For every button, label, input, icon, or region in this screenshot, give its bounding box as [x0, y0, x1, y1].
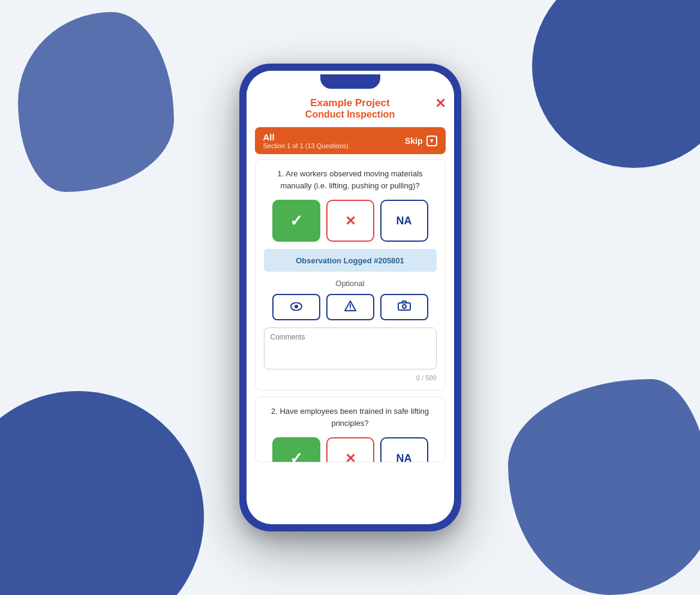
chevron-down-icon: ▾ [426, 136, 437, 146]
page-title: Conduct Inspection [256, 109, 444, 120]
question-2-text: 2. Have employees been trained in safe l… [264, 405, 437, 429]
optional-label: Optional [264, 279, 437, 288]
section-info: All Section 1 of 1 (13 Questions) [263, 132, 349, 149]
na-button-1[interactable]: NA [380, 200, 428, 242]
no-button-1[interactable] [326, 200, 374, 242]
na-label-1: NA [396, 215, 412, 227]
skip-label: Skip [405, 136, 423, 146]
blob-bottom-left [0, 391, 204, 595]
blob-top-right [532, 0, 700, 168]
phone-frame: Example Project Conduct Inspection ✕ All… [239, 64, 461, 531]
close-button[interactable]: ✕ [435, 97, 446, 110]
project-name: Example Project [256, 97, 444, 109]
phone-notch [320, 74, 380, 89]
phone-screen: Example Project Conduct Inspection ✕ All… [247, 71, 454, 524]
question-2-card: 2. Have employees been trained in safe l… [255, 396, 446, 462]
no-button-2[interactable] [326, 437, 374, 462]
svg-point-3 [350, 308, 351, 309]
section-header[interactable]: All Section 1 of 1 (13 Questions) Skip ▾ [255, 127, 446, 154]
x-icon-2 [345, 450, 356, 462]
comments-input[interactable] [264, 327, 437, 369]
blob-bottom-right [508, 379, 700, 595]
na-button-2[interactable]: NA [380, 437, 428, 462]
yes-button-2[interactable] [272, 437, 320, 462]
answer-buttons-2: NA [264, 437, 437, 462]
eye-icon [290, 301, 302, 314]
alert-button[interactable] [326, 294, 374, 320]
question-1-text: 1. Are workers observed moving materials… [264, 168, 437, 191]
phone-notch-area [247, 71, 454, 92]
svg-point-1 [295, 305, 298, 308]
scroll-content: 1. Are workers observed moving materials… [247, 159, 454, 524]
svg-rect-4 [398, 303, 410, 310]
check-icon-2 [290, 449, 303, 463]
skip-button[interactable]: Skip ▾ [405, 136, 437, 146]
phone-wrapper: Example Project Conduct Inspection ✕ All… [239, 64, 461, 531]
yes-button-1[interactable] [272, 200, 320, 242]
svg-point-5 [402, 305, 406, 308]
camera-button[interactable] [380, 294, 428, 320]
camera-icon [398, 300, 411, 314]
action-buttons [264, 294, 437, 320]
observation-badge: Observation Logged #205801 [264, 249, 437, 272]
na-label-2: NA [396, 452, 412, 463]
alert-icon [344, 300, 356, 314]
char-count: 0 / 500 [264, 374, 437, 381]
observation-text: Observation Logged #205801 [296, 256, 404, 265]
section-name: All [263, 132, 349, 142]
view-button[interactable] [272, 294, 320, 320]
x-icon [345, 212, 356, 229]
answer-buttons-1: NA [264, 200, 437, 242]
check-icon [290, 212, 303, 230]
section-subtitle: Section 1 of 1 (13 Questions) [263, 142, 349, 149]
question-1-card: 1. Are workers observed moving materials… [255, 159, 446, 390]
blob-top-left [18, 12, 174, 192]
app-header: Example Project Conduct Inspection ✕ [247, 92, 454, 127]
